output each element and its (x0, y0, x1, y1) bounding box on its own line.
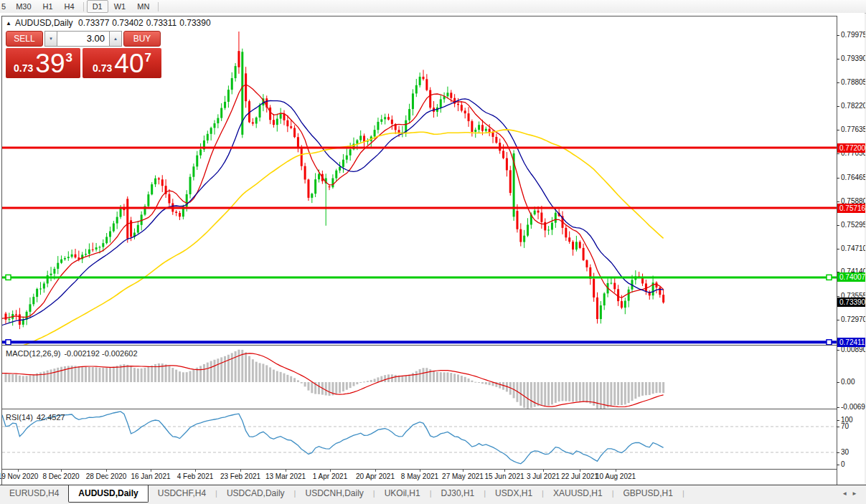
macd-histogram-bar (130, 366, 132, 382)
line-handle (6, 275, 11, 280)
buy-button[interactable]: BUY (123, 31, 161, 47)
candle-body (523, 236, 525, 242)
tab-eurusd-h4[interactable]: EURUSD,H4 (0, 485, 68, 501)
volume-increase-icon[interactable]: ▲ (109, 31, 122, 47)
tab-audusd-daily[interactable]: AUDUSD,Daily (68, 485, 148, 503)
candle-body (547, 229, 550, 230)
timeframe-button-h4[interactable]: H4 (59, 0, 80, 13)
macd-histogram-bar (318, 382, 320, 394)
tab-usdx-h1[interactable]: USDX,H1 (486, 485, 542, 501)
candle-body (15, 314, 17, 315)
candle-body (154, 179, 156, 184)
macd-histogram-bar (179, 371, 181, 382)
candle-body (304, 166, 306, 180)
macd-histogram-bar (57, 368, 59, 382)
axis-tick-mark (837, 382, 839, 383)
candle-body (53, 269, 55, 274)
candle-body (85, 254, 87, 255)
macd-histogram-bar (450, 373, 452, 382)
volume-decrease-icon[interactable]: ▼ (44, 31, 57, 47)
date-tick (543, 470, 544, 472)
macd-histogram-bar (297, 380, 299, 382)
macd-histogram-bar (461, 376, 463, 382)
macd-histogram-bar (363, 381, 365, 382)
sell-button[interactable]: SELL (6, 31, 43, 47)
tab-usdcad-daily[interactable]: USDCAD,Daily (217, 485, 294, 501)
candle-body (425, 79, 428, 90)
timeframe-button-d1[interactable]: D1 (87, 0, 108, 13)
macd-label: MACD(12,26,9)-0.002192 -0.002602 (6, 349, 138, 358)
candle-body (147, 194, 149, 206)
tab-ukoil-h1[interactable]: UKOil,H1 (375, 485, 430, 501)
tab-xauusd-h1[interactable]: XAUUSD,H1 (544, 485, 612, 501)
date-tick (195, 470, 196, 472)
macd-histogram-bar (453, 374, 456, 382)
candle-body (662, 295, 664, 303)
tab-scroll-right-icon[interactable]: ► (852, 490, 862, 497)
macd-histogram-bar (283, 374, 286, 382)
candle-body (464, 110, 466, 113)
macd-histogram-bar (276, 371, 278, 382)
candle-body (359, 135, 362, 140)
date-axis: 19 Nov 20208 Dec 202028 Dec 202016 Jan 2… (2, 470, 837, 485)
volume-input[interactable]: 3.00 (57, 31, 109, 47)
macd-histogram-bar (311, 382, 313, 393)
candle-body (474, 130, 476, 132)
line-handle (827, 340, 832, 345)
macd-histogram-bar (551, 382, 553, 404)
sell-price-big-figure: 0.73 (14, 61, 33, 75)
candle-body (534, 211, 536, 215)
candle-body (255, 118, 258, 124)
rsi-axis-label: 0 (841, 460, 865, 469)
macd-histogram-bar (464, 377, 466, 382)
candle-body (231, 78, 233, 90)
tab-dj30-h1[interactable]: DJ30,H1 (432, 485, 484, 501)
macd-histogram-bar (273, 370, 275, 382)
tab-usdchf-h4[interactable]: USDCHF,H4 (149, 485, 215, 501)
rsi-label: RSI(14)42.4527 (6, 413, 65, 422)
candle-body (307, 179, 309, 197)
timeframe-button-h1[interactable]: H1 (37, 0, 59, 13)
timeframe-button-5[interactable]: 5 (0, 0, 10, 13)
sell-price-tile[interactable]: 0.73393 (6, 48, 80, 78)
rsi-indicator-pane[interactable] (2, 411, 837, 469)
ohlc-close: 0.73390 (179, 18, 210, 28)
candle-body (224, 102, 226, 108)
candle-body (540, 213, 542, 222)
timeframe-button-w1[interactable]: W1 (108, 0, 132, 13)
tab-scroll-left-icon[interactable]: ◄ (842, 490, 852, 497)
candle-body (19, 314, 21, 324)
timeframe-button-mn[interactable]: MN (131, 0, 155, 13)
collapse-panel-icon[interactable]: ▲ (6, 20, 11, 27)
tab-usdcnh-daily[interactable]: USDCNH,Daily (296, 485, 372, 501)
macd-histogram-bar (617, 382, 619, 405)
macd-histogram-bar (558, 382, 560, 401)
macd-histogram-bar (634, 382, 636, 399)
axis-tick-mark (837, 225, 839, 226)
macd-histogram-bar (446, 372, 448, 382)
candle-body (314, 179, 316, 194)
timeframe-button-m30[interactable]: M30 (10, 0, 37, 13)
macd-histogram-bar (547, 382, 550, 406)
candle-body (613, 283, 616, 290)
candle-body (269, 108, 271, 120)
candle-body (126, 199, 128, 239)
macd-histogram-bar (245, 352, 247, 382)
candle-body (617, 289, 619, 301)
macd-histogram-bar (175, 370, 177, 382)
macd-histogram-bar (224, 356, 226, 382)
macd-signal-line (2, 353, 664, 407)
macd-histogram-bar (8, 374, 10, 382)
price-axis-label: 0.78805 (841, 78, 865, 87)
buy-price-tile[interactable]: 0.73407 (83, 48, 161, 78)
main-macd-separator[interactable] (1, 345, 837, 346)
candle-body (102, 243, 104, 247)
macd-histogram-bar (92, 367, 94, 382)
tab-gbpusd-h1[interactable]: GBPUSD,H1 (614, 485, 682, 501)
macd-histogram-bar (137, 369, 139, 382)
macd-histogram-bar (109, 367, 111, 382)
axis-tick-mark (837, 350, 839, 351)
rsi-line (2, 412, 664, 464)
macd-histogram-bar (621, 382, 623, 405)
macd-histogram-bar (43, 371, 45, 382)
